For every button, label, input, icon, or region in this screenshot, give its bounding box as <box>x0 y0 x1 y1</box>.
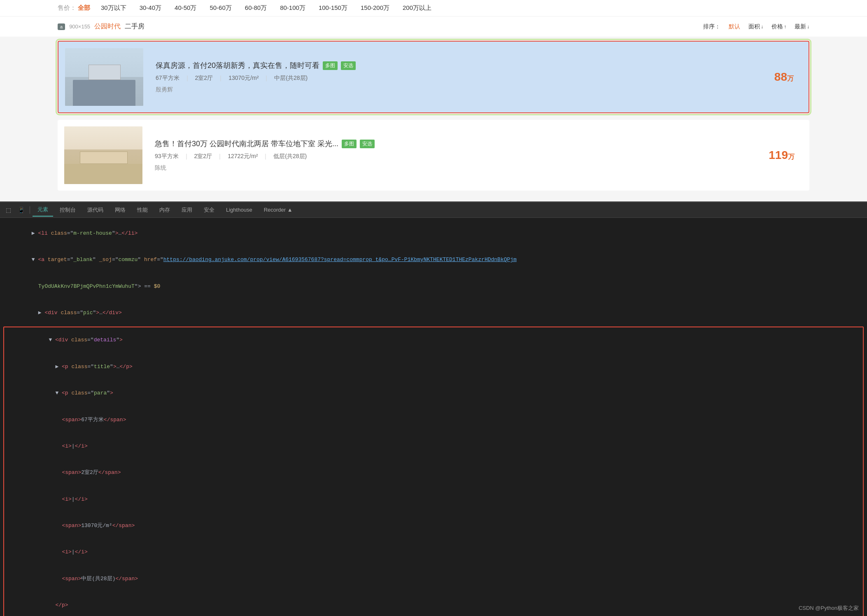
sort-price[interactable]: 价格 ↑ <box>771 23 786 30</box>
code-line-div-details-open: ▼ <div class="details"> <box>4 327 863 354</box>
tag-duo-1: 多图 <box>323 61 338 70</box>
code-line-span-unitprice: <span>13070元/m²</span> <box>4 513 863 539</box>
filter-50-60[interactable]: 50-60万 <box>207 3 234 13</box>
tab-security[interactable]: 安全 <box>199 204 219 216</box>
code-line-anchor: ▼ <a target="_blank" _soj="commzu" href=… <box>0 247 867 273</box>
filter-100-150[interactable]: 100-150万 <box>316 3 350 13</box>
tab-memory[interactable]: 内存 <box>154 204 175 216</box>
search-header-left: a 900×155 公园时代 二手房 <box>58 22 144 31</box>
listing-image-2 <box>64 126 142 184</box>
filter-30-below[interactable]: 30万以下 <box>98 3 129 13</box>
listing-params-1: 67平方米 ｜ 2室2厅 ｜ 13070元/m² ｜ 中层(共28层) <box>156 75 744 82</box>
listing-title-2: 急售！首付30万 公园时代南北两居 带车位地下室 采光... 多图 安选 <box>155 139 745 149</box>
listing-agent-2: 陈统 <box>155 164 745 172</box>
code-line-i-sep1: <i>|</i> <box>4 433 863 460</box>
listing-normal[interactable]: 急售！首付30万 公园时代南北两居 带车位地下室 采光... 多图 安选 93平… <box>58 120 809 191</box>
area-1: 67平方米 <box>156 75 179 82</box>
code-line-p-title: ▶ <p class="title">…</p> <box>4 354 863 380</box>
tab-console[interactable]: 控制台 <box>55 204 81 216</box>
sort-latest[interactable]: 最新 ↓ <box>795 23 809 30</box>
search-header: a 900×155 公园时代 二手房 排序： 默认 面积 ↓ 价格 ↑ 最新 ↓ <box>0 16 867 37</box>
sort-bar: 排序： 默认 面积 ↓ 价格 ↑ 最新 ↓ <box>703 23 809 30</box>
size-badge: a <box>58 23 65 30</box>
area-2: 93平方米 <box>155 153 179 160</box>
floor-1: 中层(共28层) <box>274 75 308 82</box>
listing-agent-1: 殷勇辉 <box>156 86 744 93</box>
filter-bar: 售价：全部 30万以下 30-40万 40-50万 50-60万 60-80万 … <box>0 0 867 16</box>
listing-params-2: 93平方米 ｜ 2室2厅 ｜ 12722元/m² ｜ 低层(共28层) <box>155 153 745 160</box>
watermark: CSDN @Python极客之家 <box>799 604 859 612</box>
rooms-1: 2室2厅 <box>195 75 213 82</box>
floor-2: 低层(共28层) <box>273 153 307 160</box>
tag-an-1: 安选 <box>341 61 356 70</box>
device-toolbar-btn[interactable]: 📱 <box>15 205 27 215</box>
listing-price-1: 88万 <box>753 70 802 84</box>
inspect-element-btn[interactable]: ⬚ <box>3 205 14 215</box>
sort-default[interactable]: 默认 <box>729 23 740 30</box>
unit-price-2: 12722元/m² <box>228 153 258 160</box>
search-keyword: 公园时代 <box>94 22 121 31</box>
tab-elements[interactable]: 元素 <box>33 203 53 217</box>
code-line-li-renthouse: ▶ <li class="m-rent-house">…</li> <box>0 220 867 247</box>
tab-network[interactable]: 网络 <box>110 204 131 216</box>
devtools-code-content: ▶ <li class="m-rent-house">…</li> ▼ <a t… <box>0 218 867 616</box>
code-line-i-sep3: <i>|</i> <box>4 539 863 566</box>
tab-performance[interactable]: 性能 <box>132 204 153 216</box>
size-label: 900×155 <box>69 23 90 30</box>
filter-200-above[interactable]: 200万以上 <box>400 3 434 13</box>
code-line-p-para-open: ▼ <p class="para"> <box>4 380 863 406</box>
listing-details-1: 保真房源，首付20落胡新秀，真实在售，随时可看 多图 安选 67平方米 ｜ 2室… <box>151 61 744 93</box>
devtools-panel: ⬚ 📱 元素 控制台 源代码 网络 性能 内存 应用 安全 Lighthouse… <box>0 201 867 616</box>
code-line-div-pic: ▶ <div class="pic">…</div> <box>0 300 867 326</box>
tab-application[interactable]: 应用 <box>177 204 197 216</box>
tag-duo-2: 多图 <box>342 140 357 148</box>
listing-title-1: 保真房源，首付20落胡新秀，真实在售，随时可看 多图 安选 <box>156 61 744 70</box>
filter-60-80[interactable]: 60-80万 <box>242 3 269 13</box>
code-highlighted-box: ▼ <div class="details"> ▶ <p class="titl… <box>3 327 864 616</box>
tab-sep-1 <box>30 206 30 214</box>
listing-details-2: 急售！首付30万 公园时代南北两居 带车位地下室 采光... 多图 安选 93平… <box>151 139 745 172</box>
unit-price-1: 13070元/m² <box>228 75 259 82</box>
code-line-i-sep2: <i>|</i> <box>4 486 863 513</box>
code-line-span-area: <span>67平方米</span> <box>4 407 863 433</box>
tab-sources[interactable]: 源代码 <box>82 204 108 216</box>
rooms-2: 2室2厅 <box>194 153 212 160</box>
listing-price-2: 119万 <box>753 149 803 162</box>
filter-80-100[interactable]: 80-100万 <box>277 3 308 13</box>
search-keyword-suffix: 二手房 <box>125 22 144 31</box>
tab-lighthouse[interactable]: Lighthouse <box>221 204 257 215</box>
filter-150-200[interactable]: 150-200万 <box>358 3 392 13</box>
filter-40-50[interactable]: 40-50万 <box>172 3 199 13</box>
devtools-toolbar: ⬚ 📱 元素 控制台 源代码 网络 性能 内存 应用 安全 Lighthouse… <box>0 202 867 218</box>
code-line-span-floor: <span>中层(共28层)</span> <box>4 566 863 592</box>
code-line-span-rooms: <span>2室2厅</span> <box>4 460 863 486</box>
tab-recorder[interactable]: Recorder ▲ <box>259 204 298 215</box>
filter-30-40[interactable]: 30-40万 <box>137 3 164 13</box>
listing-container: 保真房源，首付20落胡新秀，真实在售，随时可看 多图 安选 67平方米 ｜ 2室… <box>0 37 867 201</box>
filter-label: 售价：全部 <box>58 4 90 12</box>
sort-area[interactable]: 面积 ↓ <box>748 23 763 30</box>
tag-an-2: 安选 <box>360 140 375 148</box>
code-line-anchor-cont: TyOdUAkKnv7BPjmQPvPhn1cYmWuhuT"> == $0 <box>0 273 867 300</box>
listing-image-1 <box>65 48 143 106</box>
code-line-p-para-close: </p> <box>4 592 863 616</box>
sort-label: 排序： <box>703 23 720 30</box>
listing-featured[interactable]: 保真房源，首付20落胡新秀，真实在售，随时可看 多图 安选 67平方米 ｜ 2室… <box>58 41 809 113</box>
